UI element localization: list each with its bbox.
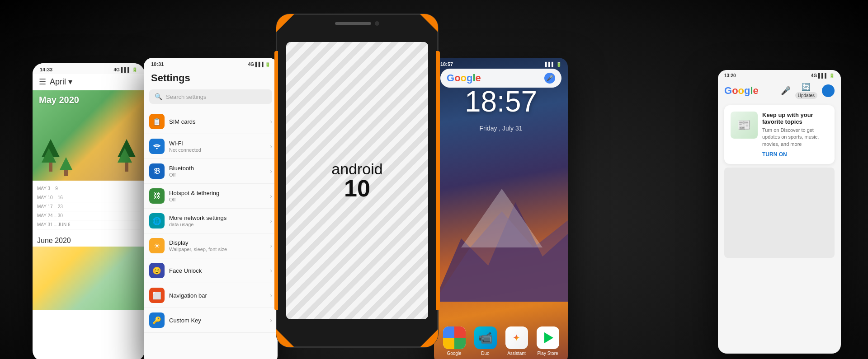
android-text: android 10 (331, 161, 382, 200)
dock-assistant[interactable]: ✦ Assistant (505, 326, 528, 356)
lock-date-display: Friday , July 31 (434, 125, 568, 132)
google-dock-icon (443, 326, 466, 349)
settings-item-navbar[interactable]: ⬜ Navigation bar › (144, 283, 278, 308)
updates-icon: 🔄 (802, 83, 811, 91)
lock-status-time: 18:57 (440, 61, 453, 67)
lock-time-display: 18:57 (434, 85, 568, 118)
calendar-weeks: MAY 3 – 9 MAY 10 – 16 MAY 17 – 23 MAY 24… (33, 181, 145, 233)
assistant-dock-icon: ✦ (505, 326, 528, 349)
svg-marker-2 (461, 189, 542, 247)
june-image (33, 247, 145, 310)
network-sub: data usage (169, 222, 270, 227)
sim-name: SIM cards (169, 118, 270, 125)
display-sub: Wallpaper, sleep, font size (169, 247, 270, 252)
playstore-status-bar: 13:20 4G ▌▌▌ 🔋 (718, 70, 841, 80)
settings-item-network[interactable]: 🌐 More network settings data usage › (144, 209, 278, 233)
settings-search-bar[interactable]: 🔍 Search settings (149, 89, 272, 104)
phone-center: android 10 (276, 14, 439, 348)
week-label-3: MAY 17 – 23 (37, 204, 69, 209)
turn-on-button[interactable]: TURN ON (762, 151, 828, 158)
dock-playstore[interactable]: Play Store (537, 326, 559, 356)
phone-calendar: 14:33 4G ▌▌▌ 🔋 ☰ April ▾ May 2020 (33, 63, 145, 359)
dock-google[interactable]: Google (443, 326, 466, 356)
settings-item-wifi[interactable]: Wi-Fi Not connected › (144, 134, 278, 159)
settings-search-placeholder: Search settings (166, 93, 207, 100)
calendar-status-bar: 14:33 4G ▌▌▌ 🔋 (33, 63, 145, 74)
june-section-label: June 2020 (33, 233, 145, 247)
tree-3 (118, 139, 136, 172)
android-screen: android 10 (286, 42, 428, 319)
wifi-chevron: › (270, 143, 272, 150)
updates-section[interactable]: 🔄 Updates (795, 83, 817, 99)
settings-navbar-text: Navigation bar (169, 292, 270, 299)
settings-item-customkey[interactable]: 🔑 Custom Key › (144, 308, 278, 333)
lock-background: 18:57 ▌▌▌ 🔋 Google 🎤 18:57 Friday , July… (434, 58, 568, 359)
phone-playstore: 13:20 4G ▌▌▌ 🔋 Google 🎤 🔄 Updates 👤 📰 Ke… (718, 70, 841, 354)
settings-item-hotspot[interactable]: ⛓ Hotspot & tethering Off › (144, 184, 278, 209)
android-number: 10 (331, 177, 382, 200)
hotspot-chevron: › (270, 192, 272, 200)
settings-item-sim[interactable]: 📋 SIM cards › (144, 109, 278, 134)
week-row-3: MAY 17 – 23 (37, 202, 140, 211)
phone-lock: 18:57 ▌▌▌ 🔋 Google 🎤 18:57 Friday , July… (434, 58, 568, 359)
calendar-scene (33, 117, 145, 181)
week-row-5: MAY 31 – JUN 6 (37, 220, 140, 229)
card-content: Keep up with your favorite topics Turn o… (762, 112, 828, 158)
calendar-image: May 2020 (33, 90, 145, 181)
customkey-chevron: › (270, 317, 272, 324)
bluetooth-sub: Off (169, 172, 270, 177)
week-label-5: MAY 31 – JUN 6 (37, 222, 71, 227)
settings-customkey-text: Custom Key (169, 317, 270, 324)
microphone-icon[interactable]: 🎤 (781, 86, 791, 96)
settings-bluetooth-text: Bluetooth Off (169, 165, 270, 177)
network-chevron: › (270, 217, 272, 224)
network-icon: 🌐 (149, 213, 165, 228)
settings-hotspot-text: Hotspot & tethering Off (169, 190, 270, 202)
playstore-dock-icon (537, 326, 559, 349)
sim-chevron: › (270, 118, 272, 125)
week-label-1: MAY 3 – 9 (37, 186, 69, 191)
hotspot-sub: Off (169, 197, 270, 202)
settings-item-display[interactable]: ☀ Display Wallpaper, sleep, font size › (144, 233, 278, 258)
playstore-status-icons: 4G ▌▌▌ 🔋 (811, 73, 835, 78)
settings-status-bar: 10:31 4G ▌▌▌🔋 (144, 58, 278, 69)
settings-wifi-text: Wi-Fi Not connected (169, 140, 270, 153)
search-icon: 🔍 (155, 93, 162, 100)
card-desc: Turn on Discover to get updates on sport… (762, 127, 828, 148)
navbar-chevron: › (270, 292, 272, 299)
settings-faceunlock-text: Face Unlock (169, 267, 270, 274)
playstore-card: 📰 Keep up with your favorite topics Turn… (724, 105, 835, 164)
tree-2 (60, 157, 72, 176)
wifi-name: Wi-Fi (169, 140, 270, 147)
playstore-header-icons: 🎤 🔄 Updates 👤 (781, 83, 835, 99)
settings-item-bluetooth[interactable]: 𝔅 Bluetooth Off › (144, 159, 278, 184)
google-logo-playstore: Google (724, 85, 759, 97)
playstore-header: Google 🎤 🔄 Updates 👤 (718, 80, 841, 102)
navbar-icon: ⬜ (149, 288, 165, 303)
display-name: Display (169, 239, 270, 246)
hamburger-icon[interactable]: ☰ (39, 77, 46, 87)
settings-display-text: Display Wallpaper, sleep, font size (169, 239, 270, 252)
user-avatar[interactable]: 👤 (822, 84, 835, 97)
settings-item-faceunlock[interactable]: 😊 Face Unlock › (144, 258, 278, 283)
dock-playstore-label: Play Store (537, 351, 558, 356)
lock-dock: Google 📹 Duo ✦ Assistant Play Store (439, 326, 563, 356)
corner-bl (276, 329, 294, 347)
faceunlock-chevron: › (270, 267, 272, 274)
android-word: android (331, 161, 382, 177)
dock-duo-label: Duo (481, 351, 489, 356)
phone-center-body: android 10 (276, 14, 439, 348)
calendar-month-title[interactable]: April ▾ (50, 77, 72, 87)
duo-dock-icon: 📹 (474, 326, 497, 349)
settings-title: Settings (144, 69, 278, 89)
calendar-image-label: May 2020 (39, 95, 79, 105)
google-logo-lockscreen: Google (447, 72, 481, 84)
week-row-2: MAY 10 – 16 (37, 193, 140, 202)
mic-icon[interactable]: 🎤 (544, 73, 555, 84)
wifi-sub: Not connected (169, 147, 270, 153)
dock-duo[interactable]: 📹 Duo (474, 326, 497, 356)
tree-1 (42, 139, 60, 172)
hotspot-name: Hotspot & tethering (169, 190, 270, 196)
dock-assistant-label: Assistant (507, 351, 526, 356)
settings-status-icons: 4G ▌▌▌🔋 (248, 61, 270, 67)
